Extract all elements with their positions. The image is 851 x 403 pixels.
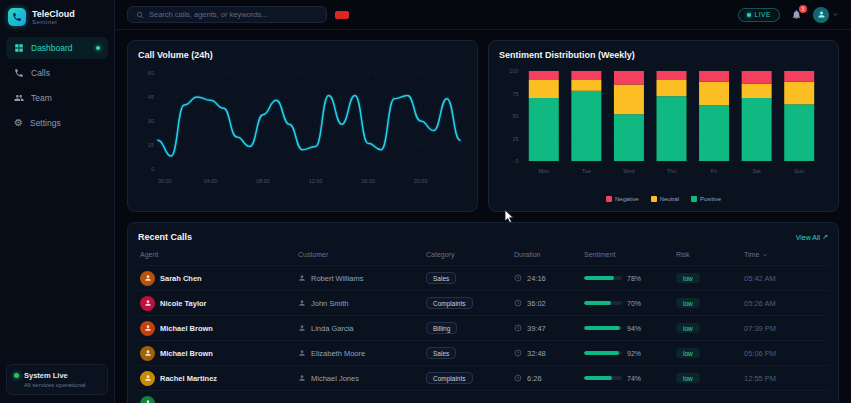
agent-avatar [140, 321, 155, 336]
agent-cell: Nicole Taylor [140, 296, 298, 311]
risk-cell: low [676, 298, 744, 308]
brand: TeleCloud Sentinel [6, 6, 108, 35]
col-customer: Customer [298, 251, 426, 258]
svg-text:Fri: Fri [711, 168, 717, 174]
sentiment-cell: 94% [584, 325, 676, 332]
table-row-partial[interactable] [138, 390, 828, 403]
duration-value: 36:02 [527, 299, 546, 308]
sidebar-item-calls[interactable]: Calls [6, 62, 108, 84]
team-icon [14, 93, 24, 103]
status-title: System Live [24, 371, 68, 380]
time-cell: 12:55 PM [744, 374, 826, 383]
col-duration: Duration [514, 251, 584, 258]
customer-name: Linda Garcia [311, 324, 354, 333]
notifications-button[interactable]: 3 [791, 9, 802, 20]
risk-badge: low [676, 298, 700, 308]
agent-cell: Michael Brown [140, 346, 298, 361]
sentiment-bar [584, 326, 622, 330]
dashboard-icon [14, 43, 24, 53]
svg-text:15: 15 [148, 142, 154, 148]
status-dot [14, 373, 19, 378]
table-row[interactable]: Sarah ChenRobert WilliamsSales24:1678%lo… [138, 265, 828, 290]
active-indicator-dot [96, 46, 100, 50]
duration-cell: 39:47 [514, 324, 584, 333]
system-status-card: System Live All services operational [6, 364, 108, 395]
risk-cell: low [676, 273, 744, 283]
category-badge: Complaints [426, 372, 473, 384]
person-icon [298, 324, 306, 332]
customer-name: Michael Jones [311, 374, 359, 383]
agent-name: Nicole Taylor [160, 299, 207, 308]
recent-calls-rows: Sarah ChenRobert WilliamsSales24:1678%lo… [138, 265, 828, 403]
user-avatar [813, 7, 829, 23]
svg-text:Tue: Tue [582, 168, 591, 174]
sidebar-item-team[interactable]: Team [6, 87, 108, 109]
col-time-sort[interactable]: Time [744, 251, 826, 258]
table-row[interactable]: Rachel MartinezMichael JonesComplaints6:… [138, 365, 828, 390]
sidebar-item-dashboard[interactable]: Dashboard [6, 37, 108, 59]
chevron-down-icon [832, 11, 839, 18]
search-input[interactable] [149, 10, 318, 19]
sentiment-bar [584, 301, 622, 305]
main-column: LIVE 3 Call Volume (24h) [115, 0, 851, 403]
legend-item: Positive [691, 196, 721, 202]
sidebar-item-settings[interactable]: ⚙ Settings [6, 112, 108, 134]
risk-cell: low [676, 373, 744, 383]
sidebar-nav: Dashboard Calls Team ⚙ Settings [6, 37, 108, 134]
recent-calls-card: Recent Calls View All ↗ Agent Customer C… [127, 222, 839, 403]
status-subtitle: All services operational [14, 382, 100, 388]
search-box[interactable] [127, 6, 327, 23]
sidebar-item-label: Team [31, 93, 52, 103]
agent-cell [140, 396, 298, 403]
risk-badge: low [676, 373, 700, 383]
sentiment-cell: 70% [584, 300, 676, 307]
agent-name: Sarah Chen [160, 274, 202, 283]
person-icon [298, 349, 306, 357]
svg-text:Thu: Thu [667, 168, 676, 174]
col-sentiment: Sentiment [584, 251, 676, 258]
svg-text:Sat: Sat [753, 168, 762, 174]
duration-value: 32:48 [527, 349, 546, 358]
legend-swatch-icon [691, 196, 697, 202]
time-cell: 05:06 PM [744, 349, 826, 358]
sentiment-legend: NegativeNeutralPositive [499, 196, 828, 202]
agent-avatar [140, 346, 155, 361]
search-icon [136, 11, 144, 19]
duration-value: 6:26 [527, 374, 542, 383]
agent-name: Rachel Martinez [160, 374, 217, 383]
agent-avatar [140, 296, 155, 311]
agent-cell: Michael Brown [140, 321, 298, 336]
svg-text:00:00: 00:00 [158, 178, 172, 184]
user-menu[interactable] [813, 7, 839, 23]
external-link-icon: ↗ [822, 233, 828, 241]
sentiment-cell: 92% [584, 350, 676, 357]
live-button[interactable]: LIVE [738, 8, 781, 22]
sentiment-percent: 92% [627, 350, 641, 357]
customer-cell: John Smith [298, 299, 426, 308]
svg-text:50: 50 [512, 113, 518, 119]
sentiment-percent: 94% [627, 325, 641, 332]
clock-icon [514, 324, 522, 332]
sidebar-item-label: Dashboard [31, 43, 73, 53]
customer-cell: Linda Garcia [298, 324, 426, 333]
sentiment-bar [584, 351, 622, 355]
svg-text:04:00: 04:00 [204, 178, 218, 184]
customer-name: Robert Williams [311, 274, 364, 283]
table-row[interactable]: Nicole TaylorJohn SmithComplaints36:0270… [138, 290, 828, 315]
sentiment-cell: 74% [584, 375, 676, 382]
category-cell: Sales [426, 272, 514, 284]
svg-text:Sun: Sun [794, 168, 804, 174]
sentiment-percent: 78% [627, 275, 641, 282]
category-cell: Billing [426, 322, 514, 334]
table-row[interactable]: Michael BrownLinda GarciaBilling39:4794%… [138, 315, 828, 340]
table-row[interactable]: Michael BrownElizabeth MooreSales32:4892… [138, 340, 828, 365]
sentiment-chart: 0255075100MonTueWedThuFriSatSun [499, 65, 828, 196]
sentiment-title: Sentiment Distribution (Weekly) [499, 50, 828, 60]
call-volume-card: Call Volume (24h) 01530456000:0004:0008:… [127, 40, 478, 212]
view-all-link[interactable]: View All ↗ [796, 233, 828, 241]
brand-phone-icon [8, 8, 26, 26]
duration-cell: 24:16 [514, 274, 584, 283]
dashboard-content: Call Volume (24h) 01530456000:0004:0008:… [115, 30, 851, 403]
svg-text:0: 0 [151, 166, 154, 172]
duration-cell: 6:26 [514, 374, 584, 383]
